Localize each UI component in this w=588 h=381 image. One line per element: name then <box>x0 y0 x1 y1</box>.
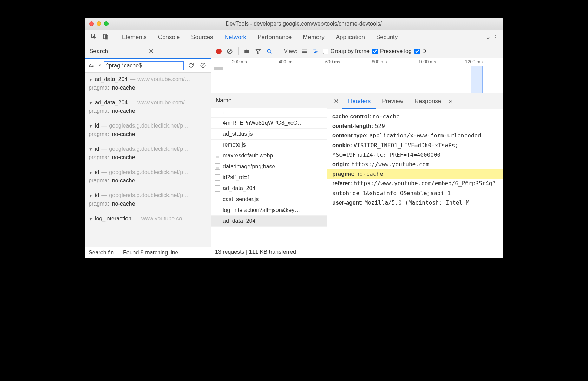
header-entry[interactable]: pragma: no-cache <box>327 169 503 179</box>
preserve-log-checkbox[interactable]: Preserve log <box>372 48 412 54</box>
request-row[interactable]: ad_status.js <box>211 129 327 140</box>
search-result-line[interactable]: pragma:no-cache <box>89 130 208 139</box>
request-row[interactable]: data:image/png;base… <box>211 161 327 172</box>
tab-application[interactable]: Application <box>330 30 371 44</box>
request-list: Name id4mrRnEPnWo81qWPG8_xcG…ad_status.j… <box>211 93 327 258</box>
minimize-window-button[interactable] <box>97 21 101 26</box>
device-toggle-icon[interactable] <box>100 31 112 43</box>
devtools-window: DevTools - developers.google.com/web/too… <box>85 18 503 258</box>
header-entry[interactable]: content-type: application/x-www-form-url… <box>332 131 498 140</box>
tab-network[interactable]: Network <box>219 30 252 44</box>
details-overflow-icon[interactable]: » <box>449 97 452 105</box>
document-icon <box>215 196 220 202</box>
search-result-group[interactable]: ▼id — googleads.g.doubleclick.net/p…prag… <box>85 119 211 142</box>
request-row[interactable]: maxresdefault.webp <box>211 150 327 161</box>
search-result-group[interactable]: ▼id — googleads.g.doubleclick.net/p…prag… <box>85 166 211 189</box>
tab-memory[interactable]: Memory <box>297 30 330 44</box>
request-name: data:image/png;base… <box>223 163 281 170</box>
waterfall-icon[interactable] <box>312 47 320 56</box>
clear-icon[interactable] <box>198 62 208 70</box>
request-row[interactable]: remote.js <box>211 140 327 150</box>
document-icon <box>215 120 220 126</box>
search-result-line[interactable]: pragma:no-cache <box>89 107 208 116</box>
tab-console[interactable]: Console <box>152 30 185 44</box>
clear-button[interactable] <box>226 47 234 56</box>
search-result-group[interactable]: ▼ad_data_204 — www.youtube.com/…pragma:n… <box>85 96 211 119</box>
svg-rect-12 <box>315 51 318 51</box>
svg-rect-6 <box>246 49 247 50</box>
tab-performance[interactable]: Performance <box>252 30 297 44</box>
inspect-icon[interactable] <box>88 31 100 43</box>
request-name: ad_data_204 <box>223 218 255 224</box>
header-entry[interactable]: origin: https://www.youtube.com <box>332 160 498 169</box>
search-panel: Search ✕ Aa .* ▼ad_data_204 — www.youtub… <box>85 44 211 258</box>
search-input[interactable] <box>104 61 184 70</box>
timeline-tick: 200 ms <box>232 59 247 64</box>
search-result-group[interactable]: ▼id — googleads.g.doubleclick.net/p…prag… <box>85 142 211 166</box>
request-row[interactable]: ad_data_204 <box>211 183 327 194</box>
main-tabs-bar: ElementsConsoleSourcesNetworkPerformance… <box>85 30 503 44</box>
document-icon <box>215 142 220 148</box>
header-entry[interactable]: referer: https://www.youtube.com/embed/G… <box>332 179 498 198</box>
detail-tab-preview[interactable]: Preview <box>376 93 409 109</box>
svg-point-7 <box>267 49 270 52</box>
timeline-selection[interactable] <box>471 66 483 93</box>
header-entry[interactable]: content-length: 529 <box>332 121 498 131</box>
record-button[interactable] <box>215 47 223 55</box>
svg-rect-5 <box>244 50 249 53</box>
filter-icon[interactable] <box>254 47 262 56</box>
close-window-button[interactable] <box>89 21 94 26</box>
network-panel: View: Group by frame Preserve log D 200 … <box>211 44 503 258</box>
search-status-1: Search fin… <box>89 250 119 256</box>
request-details: ✕ HeadersPreviewResponse » cache-control… <box>327 93 503 258</box>
request-row[interactable]: 4mrRnEPnWo81qWPG8_xcG… <box>211 118 327 129</box>
header-entry[interactable]: user-agent: Mozilla/5.0 (Macintosh; Inte… <box>332 198 498 207</box>
svg-rect-1 <box>103 34 106 39</box>
large-rows-icon[interactable] <box>300 47 309 56</box>
regex-toggle[interactable]: .* <box>98 63 101 69</box>
caret-icon: ▼ <box>89 124 93 129</box>
search-status-2: Found 8 matching line… <box>123 250 184 256</box>
request-row[interactable]: id?slf_rd=1 <box>211 172 327 183</box>
request-row[interactable]: ad_data_204 <box>211 216 327 227</box>
timeline-overview[interactable]: 200 ms400 ms600 ms800 ms1000 ms1200 ms <box>211 58 503 93</box>
tabs-overflow-icon[interactable]: » <box>487 34 490 40</box>
search-result-line[interactable]: pragma:no-cache <box>89 177 208 185</box>
caret-icon: ▼ <box>89 217 93 221</box>
search-result-line[interactable]: pragma:no-cache <box>89 200 208 208</box>
tab-sources[interactable]: Sources <box>185 30 218 44</box>
search-icon[interactable] <box>265 47 274 56</box>
search-result-line[interactable]: pragma:no-cache <box>89 84 208 92</box>
header-entry[interactable]: cookie: VISITOR_INFO1_LIVE=dDk0-xTswPs; … <box>332 141 498 160</box>
group-by-frame-checkbox[interactable]: Group by frame <box>323 48 370 54</box>
close-details-icon[interactable]: ✕ <box>330 97 342 105</box>
case-sensitive-toggle[interactable]: Aa <box>89 63 95 69</box>
request-row[interactable]: log_interaction?alt=json&key… <box>211 205 327 216</box>
search-result-group[interactable]: ▼id — googleads.g.doubleclick.net/p…prag… <box>85 189 211 212</box>
search-result-line[interactable]: pragma:no-cache <box>89 154 208 162</box>
document-icon <box>215 153 220 159</box>
search-result-group[interactable]: ▼ad_data_204 — www.youtube.com/…pragma:n… <box>85 73 211 96</box>
search-title: Search <box>89 48 148 55</box>
request-name: 4mrRnEPnWo81qWPG8_xcG… <box>223 120 303 126</box>
screenshot-icon[interactable] <box>243 47 251 56</box>
search-result-group[interactable]: ▼log_interaction — www.youtube.co… <box>85 212 211 227</box>
view-label: View: <box>284 48 298 54</box>
request-summary: 13 requests | 111 KB transferred <box>211 246 327 258</box>
window-title: DevTools - developers.google.com/web/too… <box>109 21 499 27</box>
tab-elements[interactable]: Elements <box>116 30 152 44</box>
caret-icon: ▼ <box>89 170 93 175</box>
name-column-header[interactable]: Name <box>211 93 327 108</box>
svg-rect-8 <box>302 49 307 50</box>
extra-checkbox[interactable]: D <box>414 48 426 54</box>
close-icon[interactable]: ✕ <box>148 47 207 56</box>
header-entry[interactable]: cache-control: no-cache <box>332 112 498 121</box>
titlebar: DevTools - developers.google.com/web/too… <box>85 18 503 30</box>
detail-tab-response[interactable]: Response <box>409 93 447 109</box>
zoom-window-button[interactable] <box>104 21 109 26</box>
refresh-icon[interactable] <box>187 62 196 70</box>
request-row[interactable]: cast_sender.js <box>211 194 327 205</box>
tab-security[interactable]: Security <box>371 30 403 44</box>
kebab-menu-icon[interactable]: ⋮ <box>493 34 498 40</box>
detail-tab-headers[interactable]: Headers <box>342 93 376 109</box>
